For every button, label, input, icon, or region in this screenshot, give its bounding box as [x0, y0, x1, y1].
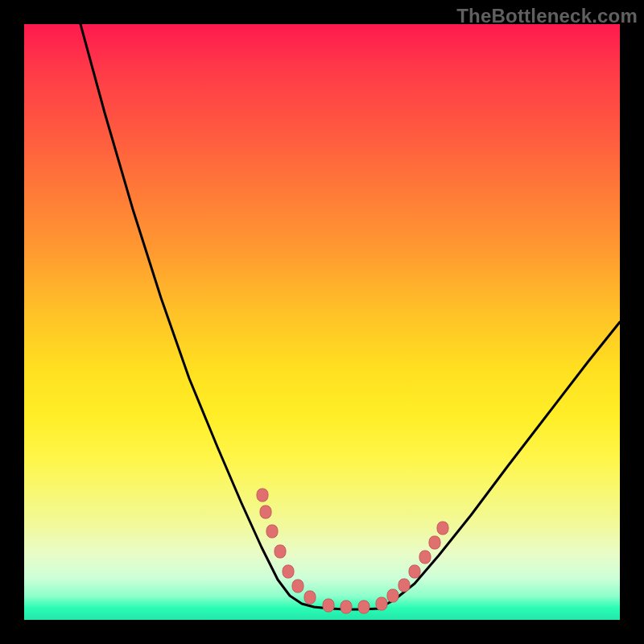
marker-dot — [398, 579, 410, 592]
marker-dot — [419, 551, 431, 564]
marker-dot — [429, 536, 440, 549]
watermark-label: TheBottleneck.com — [456, 5, 638, 27]
marker-dot — [358, 601, 369, 613]
marker-dot — [283, 565, 294, 578]
marker-dot — [376, 597, 387, 610]
marker-dot — [266, 525, 278, 538]
marker-dot — [304, 591, 316, 604]
curve-layer — [24, 24, 620, 620]
chart-frame: TheBottleneck.com — [0, 0, 644, 644]
marker-dot — [292, 580, 303, 592]
marker-dot — [437, 522, 448, 535]
marker-dots — [257, 489, 448, 613]
marker-dot — [341, 601, 352, 613]
marker-dot — [257, 489, 268, 502]
bottleneck-curve — [80, 24, 620, 609]
marker-dot — [323, 599, 334, 612]
marker-dot — [409, 565, 420, 578]
chart-plot-area — [24, 24, 620, 620]
marker-dot — [260, 506, 271, 518]
marker-dot — [275, 545, 286, 558]
marker-dot — [387, 589, 398, 602]
